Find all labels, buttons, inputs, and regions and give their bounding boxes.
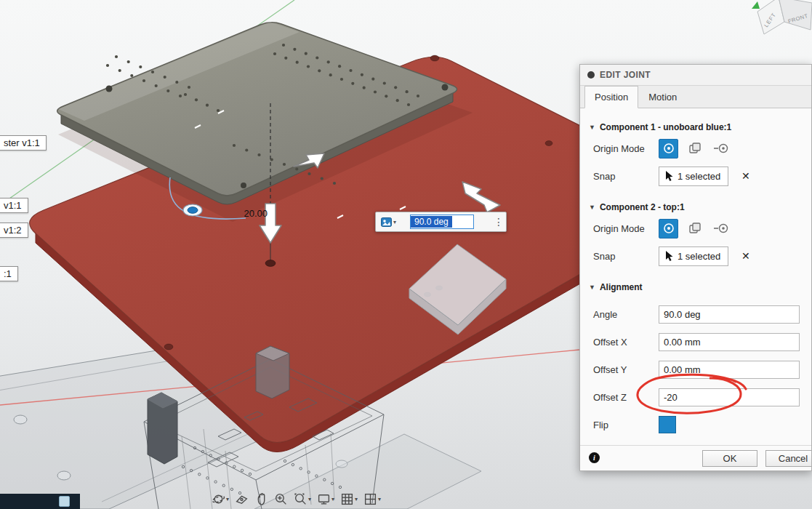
display-icon [317, 492, 331, 506]
viewcube[interactable]: LEFT FRONT [752, 0, 812, 34]
section-label: Component 2 - top:1 [600, 202, 685, 212]
offset-z-row: Offset Z [580, 383, 811, 411]
tab-position[interactable]: Position [584, 86, 638, 108]
y-axis-indicator-icon [752, 1, 760, 9]
snap-row: Snap 1 selected ✕ [580, 242, 811, 270]
section-component2-header[interactable]: ▼ Component 2 - top:1 [580, 200, 811, 215]
offset-origin-icon [713, 221, 729, 236]
angle-inline-input[interactable]: 90.0 deg [410, 215, 474, 229]
component-tag[interactable]: v1:2 [0, 223, 28, 238]
browser-toggle-icon[interactable] [59, 496, 70, 507]
chevron-down-icon: ▾ [308, 496, 311, 502]
clear-selection-icon[interactable]: ✕ [741, 250, 750, 262]
joint-origin-mode-button[interactable] [659, 219, 678, 239]
navigation-toolbar: ▾▾▾▾▾ [209, 491, 383, 508]
grid-button[interactable]: ▾ [338, 491, 360, 508]
section-label: Alignment [600, 282, 643, 292]
flip-checkbox[interactable] [659, 416, 676, 433]
joint-origin-marker[interactable] [183, 204, 202, 216]
offset-origin-button[interactable] [712, 139, 731, 158]
snap-selection-count: 1 selected [678, 171, 720, 182]
chevron-down-icon: ▾ [378, 496, 381, 502]
orbit-button[interactable]: ▾ [209, 491, 231, 508]
offset-z-input[interactable] [659, 388, 800, 406]
fit-button[interactable]: ▾ [292, 491, 313, 508]
snap-row: Snap 1 selected ✕ [580, 162, 811, 190]
grid-icon [340, 492, 354, 506]
ok-button[interactable]: OK [702, 450, 757, 467]
pan-button[interactable] [252, 491, 270, 508]
chevron-down-icon: ▾ [331, 496, 334, 502]
snap-label: Snap [593, 171, 659, 182]
tab-motion[interactable]: Motion [638, 86, 687, 108]
origin-mode-row: Origin Mode [580, 215, 811, 242]
joint-value-mini-toolbar: ▾ 90.0 deg ⋮ [375, 212, 507, 232]
between-two-faces-icon [688, 141, 702, 156]
between-two-faces-icon [688, 221, 702, 236]
cursor-icon [665, 171, 673, 182]
angle-label: Angle [593, 309, 659, 320]
zoom-button[interactable] [272, 491, 290, 508]
flip-label: Flip [593, 420, 659, 430]
section-component1-header[interactable]: ▼ Component 1 - unoboard blue:1 [580, 120, 811, 135]
orbit-icon [212, 492, 225, 506]
offset-origin-icon [713, 141, 729, 156]
collapse-triangle-icon: ▼ [589, 204, 595, 211]
origin-mode-row: Origin Mode [580, 135, 811, 162]
chevron-down-icon: ▾ [393, 219, 396, 225]
joint-origin-mode-button[interactable] [659, 139, 678, 159]
component-tag[interactable]: v1:1 [0, 198, 28, 213]
cursor-icon [665, 251, 673, 262]
angle-row: Angle [580, 300, 811, 328]
flip-row: Flip [580, 411, 811, 438]
display-button[interactable]: ▾ [315, 491, 337, 508]
viewports-button[interactable]: ▾ [361, 491, 383, 508]
snap-selection-count: 1 selected [678, 251, 720, 262]
taskbar-fragment [0, 494, 80, 509]
info-icon[interactable]: i [589, 452, 600, 463]
joint-icon [587, 71, 595, 79]
collapse-triangle-icon: ▼ [589, 124, 595, 131]
chevron-down-icon: ▾ [226, 496, 229, 502]
offset-x-input[interactable] [659, 333, 800, 351]
more-options-icon[interactable]: ⋮ [494, 216, 502, 228]
collapse-triangle-icon: ▼ [589, 284, 595, 291]
offset-y-label: Offset Y [593, 364, 659, 375]
section-alignment-header[interactable]: ▼ Alignment [580, 280, 811, 294]
section-label: Component 1 - unoboard blue:1 [600, 122, 731, 132]
snap-label: Snap [593, 251, 659, 262]
offset-x-label: Offset X [593, 337, 659, 348]
component-tag[interactable]: ster v1:1 [0, 135, 47, 151]
look-at-icon [235, 492, 249, 506]
dialog-title: EDIT JOINT [600, 70, 651, 80]
offset-y-row: Offset Y [580, 356, 811, 383]
zoom-icon [274, 492, 288, 506]
origin-mode-label: Origin Mode [593, 143, 659, 154]
fit-icon [294, 492, 307, 506]
angle-inline-value: 90.0 deg [411, 216, 452, 228]
angle-input[interactable] [659, 305, 800, 324]
chevron-down-icon: ▾ [355, 496, 358, 502]
dialog-header[interactable]: EDIT JOINT [580, 65, 811, 86]
origin-mode-label: Origin Mode [593, 223, 659, 234]
edit-joint-dialog: EDIT JOINT Position Motion ▼ Component 1… [579, 64, 812, 471]
component-tag[interactable]: :1 [0, 266, 18, 281]
between-two-faces-button[interactable] [686, 219, 704, 238]
cancel-button[interactable]: Cancel [765, 450, 812, 467]
joint-motion-type-button[interactable]: ▾ [379, 217, 398, 228]
pan-icon [254, 492, 268, 506]
between-two-faces-button[interactable] [686, 139, 704, 158]
clear-selection-icon[interactable]: ✕ [741, 170, 750, 182]
offset-z-label: Offset Z [593, 392, 659, 403]
offset-origin-button[interactable] [712, 219, 731, 238]
dimension-label: 20.00 [244, 208, 268, 219]
joint-motion-icon [381, 217, 392, 227]
snap-selection-button[interactable]: 1 selected [659, 167, 728, 186]
viewports-icon [363, 492, 377, 506]
snap-selection-button[interactable]: 1 selected [659, 247, 728, 266]
dialog-footer: i OK Cancel [580, 445, 811, 470]
joint-origin-icon [662, 222, 675, 235]
look-at-button[interactable] [233, 491, 251, 508]
offset-y-input[interactable] [659, 361, 800, 379]
target-hole [265, 260, 276, 267]
